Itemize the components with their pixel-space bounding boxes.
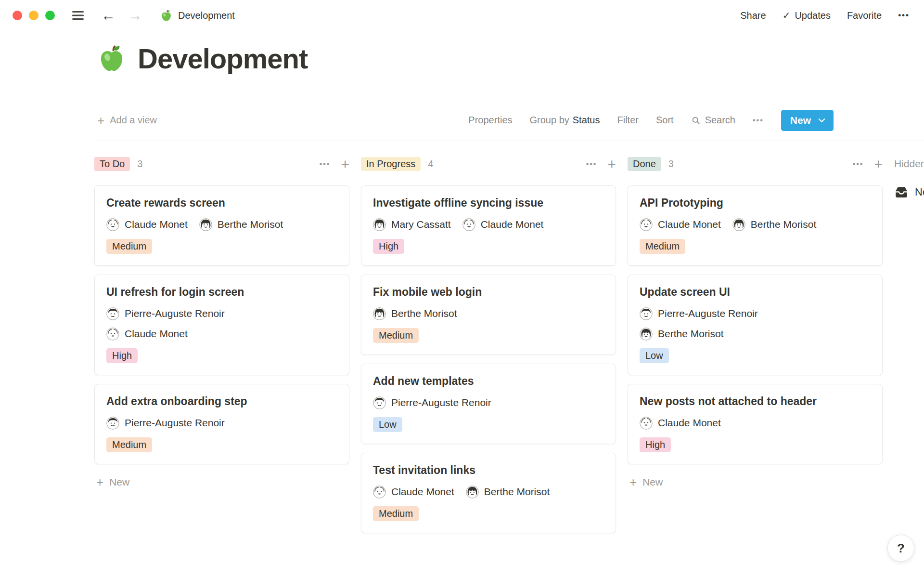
page-title[interactable]: Development	[138, 43, 308, 75]
minimize-window-button[interactable]	[29, 11, 38, 20]
column-more-button[interactable]: •••	[586, 160, 597, 169]
column-status-pill[interactable]: In Progress	[361, 157, 421, 171]
sort-button[interactable]: Sort	[656, 115, 674, 126]
hidden-columns-section: Hidden columns No Status	[894, 156, 924, 199]
assignee: Mary Cassatt	[373, 218, 451, 231]
card-title: UI refresh for login screen	[106, 286, 337, 299]
column-status-pill[interactable]: To Do	[94, 157, 130, 171]
column-add-button[interactable]: +	[607, 158, 616, 170]
avatar	[640, 417, 653, 430]
back-button[interactable]: ←	[101, 8, 116, 23]
favorite-button[interactable]: Favorite	[847, 10, 882, 21]
view-toolbar: + Add a view Properties Group byStatus F…	[97, 109, 834, 132]
assignee: Claude Monet	[640, 417, 721, 430]
avatar	[106, 328, 119, 341]
priority-badge: Medium	[373, 328, 419, 343]
kanban-card[interactable]: New posts not attached to header Claude …	[628, 384, 883, 464]
help-button[interactable]: ?	[887, 535, 914, 562]
more-options-button[interactable]: •••	[898, 11, 910, 20]
assignee: Berthe Morisot	[373, 307, 457, 320]
breadcrumb[interactable]: Development	[160, 9, 235, 22]
kanban-card[interactable]: Test invitation links Claude Monet Berth…	[361, 453, 616, 533]
assignee-name: Berthe Morisot	[484, 486, 550, 498]
properties-button[interactable]: Properties	[468, 115, 512, 126]
assignee: Berthe Morisot	[732, 218, 817, 231]
search-icon	[691, 116, 701, 125]
assignee: Berthe Morisot	[466, 486, 550, 499]
close-window-button[interactable]	[13, 11, 22, 20]
hidden-group-label: No Status	[915, 186, 924, 198]
kanban-board: To Do 3 ••• + Create rewards screen Clau…	[94, 156, 924, 542]
group-by-value: Status	[573, 115, 600, 125]
search-button[interactable]: Search	[691, 115, 735, 126]
filter-button[interactable]: Filter	[617, 115, 638, 126]
card-title: API Prototyping	[640, 197, 871, 210]
kanban-card[interactable]: Create rewards screen Claude Monet Berth…	[94, 185, 349, 266]
chevron-down-icon	[818, 118, 825, 123]
share-button[interactable]: Share	[740, 10, 766, 21]
avatar	[106, 417, 119, 430]
search-label: Search	[705, 115, 735, 126]
avatar	[462, 218, 475, 231]
add-card-button[interactable]: + New	[629, 476, 883, 488]
avatar	[640, 218, 653, 231]
group-by-label: Group by	[530, 115, 569, 125]
avatar	[373, 396, 386, 409]
window-topbar: ← → Development Share ✓ Updates Favorite…	[0, 0, 924, 31]
column-status-pill[interactable]: Done	[628, 157, 661, 171]
add-view-label: Add a view	[110, 115, 157, 126]
zoom-window-button[interactable]	[45, 11, 55, 20]
priority-badge: High	[640, 437, 671, 452]
avatar	[106, 307, 119, 320]
card-title: Update screen UI	[640, 286, 871, 299]
page-emoji-icon	[160, 9, 173, 22]
column-more-button[interactable]: •••	[320, 160, 331, 169]
add-card-button[interactable]: + New	[96, 476, 349, 488]
priority-badge: High	[373, 239, 404, 254]
add-card-label: New	[109, 476, 129, 488]
kanban-card[interactable]: UI refresh for login screen Pierre-Augus…	[94, 275, 349, 375]
assignee-name: Mary Cassatt	[391, 219, 451, 230]
card-title: Add new templates	[373, 375, 604, 388]
column-add-button[interactable]: +	[341, 158, 349, 170]
hidden-columns-header: Hidden columns	[894, 158, 924, 170]
assignee-name: Claude Monet	[481, 219, 544, 230]
page-title-emoji-icon[interactable]	[96, 43, 127, 74]
priority-badge: Low	[373, 417, 402, 432]
card-title: Fix mobile web login	[373, 286, 604, 299]
plus-icon: +	[97, 114, 104, 127]
assignee-name: Pierre-Auguste Renoir	[125, 308, 225, 319]
assignee: Claude Monet	[373, 486, 454, 499]
new-button-label: New	[790, 115, 811, 126]
toolbar-more-button[interactable]: •••	[753, 116, 764, 125]
column-count: 3	[668, 158, 674, 170]
forward-button[interactable]: →	[128, 8, 142, 23]
hamburger-menu-icon	[71, 9, 85, 22]
add-view-button[interactable]: + Add a view	[97, 114, 157, 127]
kanban-card[interactable]: Investigate offline syncing issue Mary C…	[361, 185, 616, 266]
kanban-card[interactable]: Update screen UI Pierre-Auguste Renoir B…	[628, 275, 883, 375]
group-by-button[interactable]: Group byStatus	[530, 115, 600, 126]
assignee-name: Pierre-Auguste Renoir	[391, 397, 491, 408]
priority-badge: Low	[640, 348, 669, 363]
assignee-name: Claude Monet	[125, 328, 188, 340]
kanban-card[interactable]: Add extra onboarding step Pierre-Auguste…	[94, 384, 349, 464]
inbox-icon	[894, 185, 909, 199]
new-button[interactable]: New	[781, 110, 834, 131]
breadcrumb-page-title: Development	[178, 10, 235, 21]
check-icon: ✓	[783, 10, 791, 21]
column-more-button[interactable]: •••	[853, 160, 864, 169]
card-title: Add extra onboarding step	[106, 395, 337, 408]
board-column-in-progress: In Progress 4 ••• + Investigate offline …	[361, 156, 616, 542]
kanban-card[interactable]: API Prototyping Claude Monet Berthe Mori…	[628, 185, 883, 266]
board-column-done: Done 3 ••• + API Prototyping Claude Mone…	[628, 156, 883, 488]
kanban-card[interactable]: Add new templates Pierre-Auguste Renoir …	[361, 364, 616, 444]
hidden-group-no-status[interactable]: No Status	[894, 185, 924, 199]
assignee-name: Claude Monet	[658, 417, 721, 429]
column-count: 4	[428, 158, 433, 170]
column-add-button[interactable]: +	[874, 158, 883, 170]
updates-button[interactable]: ✓ Updates	[783, 10, 831, 21]
sidebar-toggle-button[interactable]	[70, 8, 86, 23]
kanban-card[interactable]: Fix mobile web login Berthe Morisot Medi…	[361, 275, 616, 355]
avatar	[373, 486, 386, 499]
